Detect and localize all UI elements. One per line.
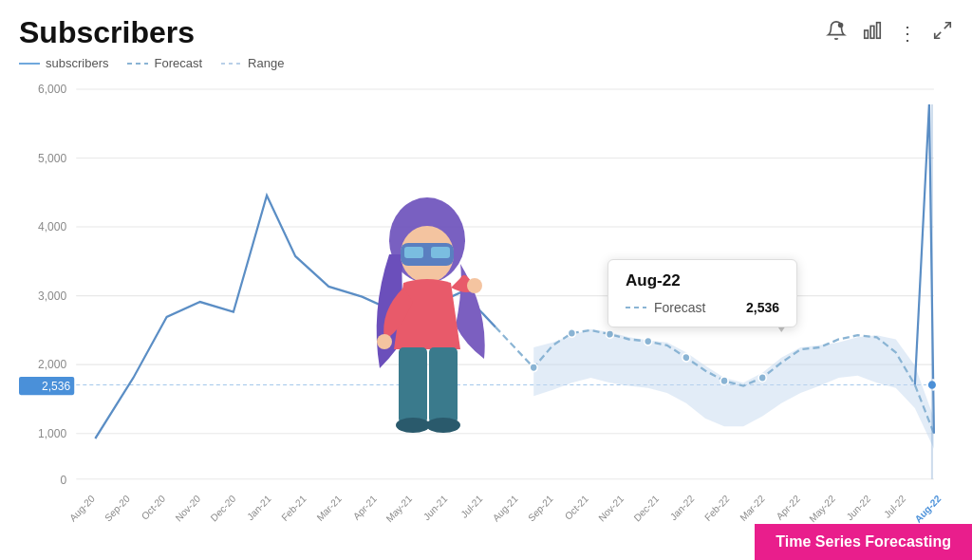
legend-label-subscribers: subscribers <box>46 56 108 70</box>
alarm-icon[interactable] <box>826 20 847 46</box>
svg-point-0 <box>838 23 844 28</box>
svg-text:4,000: 4,000 <box>38 220 66 233</box>
svg-text:May-21: May-21 <box>384 493 414 524</box>
svg-text:2,536: 2,536 <box>42 379 70 392</box>
svg-point-28 <box>682 353 690 362</box>
svg-text:2,000: 2,000 <box>38 358 66 371</box>
svg-point-27 <box>645 337 652 345</box>
svg-text:Aug-20: Aug-20 <box>67 493 97 523</box>
collapse-icon[interactable] <box>932 20 953 46</box>
svg-point-24 <box>530 364 537 372</box>
svg-text:Oct-21: Oct-21 <box>563 493 590 522</box>
svg-text:Jan-21: Jan-21 <box>245 493 272 522</box>
legend-line-range <box>221 63 242 65</box>
svg-point-26 <box>607 330 614 339</box>
svg-text:Oct-20: Oct-20 <box>140 493 167 522</box>
svg-text:Jul-22: Jul-22 <box>882 493 907 520</box>
tooltip-line-label: Forecast <box>626 300 705 315</box>
legend-forecast: Forecast <box>127 56 202 70</box>
more-icon[interactable]: ⋮ <box>898 22 917 45</box>
svg-text:Aug-21: Aug-21 <box>491 493 520 523</box>
legend-subscribers: subscribers <box>19 56 108 70</box>
legend-line-dashed <box>127 63 148 65</box>
svg-text:Apr-21: Apr-21 <box>351 493 379 522</box>
svg-text:Mar-22: Mar-22 <box>738 493 767 523</box>
header-row: Subscribers ⋮ <box>19 15 953 50</box>
svg-text:3,000: 3,000 <box>38 289 66 303</box>
bottom-banner: Time Series Forecasting <box>755 524 972 560</box>
tooltip-box: Aug-22 Forecast 2,536 <box>608 259 797 327</box>
svg-text:Jun-22: Jun-22 <box>845 493 872 522</box>
svg-line-4 <box>944 23 950 28</box>
chart-container: Subscribers ⋮ <box>0 0 972 560</box>
svg-point-25 <box>568 329 575 338</box>
svg-line-5 <box>935 32 941 38</box>
svg-text:Jul-21: Jul-21 <box>458 493 484 520</box>
svg-text:Sep-20: Sep-20 <box>103 493 132 523</box>
chart-svg: 6,000 5,000 4,000 3,000 2,000 1,000 0 2,… <box>19 74 953 530</box>
header-icons: ⋮ <box>826 20 953 46</box>
chart-title: Subscribers <box>19 15 195 50</box>
svg-text:Jan-22: Jan-22 <box>668 493 696 522</box>
svg-rect-3 <box>877 23 881 39</box>
svg-text:5,000: 5,000 <box>38 151 66 164</box>
chart-area: 6,000 5,000 4,000 3,000 2,000 1,000 0 2,… <box>19 74 953 530</box>
svg-text:Sep-21: Sep-21 <box>526 493 555 523</box>
svg-text:Feb-22: Feb-22 <box>702 493 731 523</box>
svg-point-30 <box>758 374 766 383</box>
tooltip-line-indicator <box>626 307 646 308</box>
svg-text:Dec-21: Dec-21 <box>632 493 662 523</box>
svg-text:Aug-22: Aug-22 <box>913 493 944 525</box>
legend-range: Range <box>221 56 284 70</box>
bar-chart-icon[interactable] <box>862 20 883 46</box>
svg-text:1,000: 1,000 <box>38 427 66 440</box>
svg-text:Apr-22: Apr-22 <box>775 493 802 522</box>
svg-text:0: 0 <box>60 474 66 487</box>
legend-label-range: Range <box>248 56 284 70</box>
svg-text:6,000: 6,000 <box>38 83 66 96</box>
svg-text:Mar-21: Mar-21 <box>315 493 344 523</box>
svg-marker-23 <box>533 329 934 449</box>
legend-row: subscribers Forecast Range <box>19 56 953 70</box>
tooltip-row: Forecast 2,536 <box>626 300 779 315</box>
tooltip-date: Aug-22 <box>626 271 779 290</box>
svg-text:Nov-20: Nov-20 <box>174 493 203 523</box>
svg-rect-2 <box>870 26 874 38</box>
tooltip-label: Forecast <box>654 300 705 315</box>
legend-label-forecast: Forecast <box>154 56 202 70</box>
banner-text: Time Series Forecasting <box>776 533 951 550</box>
legend-line-solid <box>19 63 40 65</box>
svg-rect-1 <box>865 30 869 38</box>
svg-point-29 <box>720 377 728 385</box>
svg-text:Jun-21: Jun-21 <box>421 493 449 522</box>
svg-text:May-22: May-22 <box>808 493 837 524</box>
svg-text:Dec-20: Dec-20 <box>209 493 238 523</box>
tooltip-value: 2,536 <box>746 300 779 315</box>
svg-text:Nov-21: Nov-21 <box>597 493 626 523</box>
svg-text:Feb-21: Feb-21 <box>280 493 308 523</box>
